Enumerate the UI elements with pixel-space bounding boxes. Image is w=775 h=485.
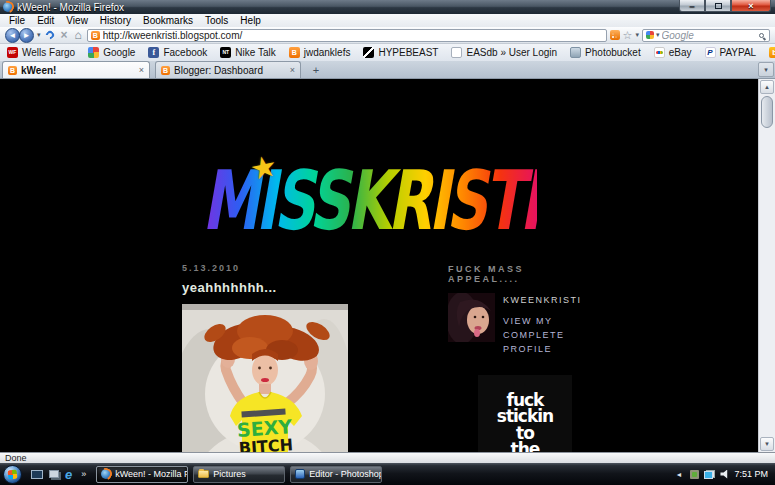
- tab-close-icon[interactable]: ×: [290, 65, 295, 75]
- taskbar-button-label: kWeen! - Mozilla Fir...: [115, 469, 188, 479]
- taskbar-button-firefox[interactable]: kWeen! - Mozilla Fir...: [96, 466, 188, 483]
- menu-file[interactable]: File: [3, 14, 31, 27]
- show-desktop-icon[interactable]: [31, 470, 43, 479]
- bookmark-label: jwdanklefs: [304, 47, 351, 58]
- bookmark-label: EASdb » User Login: [466, 47, 557, 58]
- firefox-icon: [101, 469, 111, 479]
- blogger-favicon: B: [8, 66, 17, 75]
- minimize-button[interactable]: –: [679, 0, 705, 12]
- menu-bookmarks[interactable]: Bookmarks: [137, 14, 199, 27]
- bookmark-paypal[interactable]: PPAYPAL: [705, 47, 757, 58]
- view-profile-link[interactable]: VIEW MY COMPLETE PROFILE: [503, 314, 582, 356]
- status-bar: Done: [0, 452, 775, 463]
- close-button[interactable]: ×: [731, 0, 771, 12]
- taskbar: e » kWeen! - Mozilla Fir... Pictures Edi…: [0, 463, 775, 485]
- profile-name: KWEENKRISTI: [503, 295, 582, 305]
- windows-flag-icon: [8, 469, 18, 479]
- bookmark-facebook[interactable]: fFacebook: [148, 47, 207, 58]
- profile-meta: KWEENKRISTI VIEW MY COMPLETE PROFILE: [503, 293, 582, 356]
- tab-kween[interactable]: B kWeen! ×: [2, 61, 150, 78]
- internet-explorer-icon[interactable]: e: [65, 468, 72, 481]
- menu-history[interactable]: History: [94, 14, 137, 27]
- safely-remove-hardware-icon[interactable]: [690, 470, 699, 479]
- bookmark-hypebeast[interactable]: HYPEBEAST: [363, 47, 438, 58]
- menu-help[interactable]: Help: [234, 14, 267, 27]
- bookmark-label: Photobucket: [585, 47, 641, 58]
- tab-close-icon[interactable]: ×: [139, 65, 144, 75]
- post-date: 5.13.2010: [182, 263, 348, 273]
- switch-windows-icon[interactable]: [49, 470, 59, 478]
- list-all-tabs-button[interactable]: ▾: [758, 62, 774, 77]
- taskbar-button-photoshop[interactable]: Editor - Photoshop ...: [290, 466, 382, 483]
- taskbar-button-label: Editor - Photoshop ...: [309, 469, 382, 479]
- history-dropdown-icon[interactable]: ▾: [37, 31, 41, 39]
- back-button[interactable]: ◄: [5, 28, 20, 43]
- hypebeast-icon: [363, 47, 374, 58]
- scroll-down-icon[interactable]: ▼: [760, 437, 774, 451]
- page-viewport: ★ MISSKRISTI 5.13.2010 yeahhhhhhh...: [0, 79, 775, 452]
- start-button[interactable]: [3, 465, 22, 484]
- bookmark-dropdown-icon[interactable]: ▾: [635, 31, 639, 39]
- menu-edit[interactable]: Edit: [31, 14, 60, 27]
- bookmark-photobucket[interactable]: Photobucket: [570, 47, 641, 58]
- bookmark-easdb[interactable]: EASdb » User Login: [451, 47, 557, 58]
- volume-icon[interactable]: [720, 470, 729, 479]
- engine-dropdown-icon[interactable]: ▾: [656, 31, 660, 39]
- bookmark-label: Facebook: [163, 47, 207, 58]
- tab-blogger-dashboard[interactable]: B Blogger: Dashboard ×: [155, 61, 301, 78]
- rss-feed-icon[interactable]: [610, 30, 620, 40]
- scroll-up-icon[interactable]: ▲: [760, 80, 774, 94]
- bookmark-bing[interactable]: bBing: [769, 47, 775, 58]
- maximize-icon: [715, 3, 722, 9]
- nike-talk-icon: NT: [220, 47, 231, 58]
- search-icon[interactable]: [759, 33, 764, 38]
- google-engine-icon: [646, 31, 654, 39]
- bookmark-nike-talk[interactable]: NTNike Talk: [220, 47, 275, 58]
- system-tray: ◄ 7:51 PM: [676, 469, 775, 479]
- bing-icon: b: [769, 47, 775, 58]
- tray-chevron-icon[interactable]: ◄: [676, 471, 683, 478]
- url-input[interactable]: [103, 30, 603, 41]
- bookmark-label: HYPEBEAST: [378, 47, 438, 58]
- folder-icon: [198, 470, 209, 478]
- photobucket-icon: [570, 47, 581, 58]
- home-icon[interactable]: ⌂: [75, 29, 82, 41]
- bookmark-star-icon[interactable]: ☆: [623, 30, 633, 41]
- clock[interactable]: 7:51 PM: [734, 469, 768, 479]
- title-bar: kWeen! - Mozilla Firefox – ×: [0, 0, 775, 14]
- bookmark-google[interactable]: Google: [88, 47, 135, 58]
- bookmarks-toolbar: WFWells Fargo Google fFacebook NTNike Ta…: [0, 44, 775, 61]
- google-icon: [88, 47, 99, 58]
- address-bar[interactable]: B: [87, 29, 607, 42]
- search-box[interactable]: ▾: [642, 29, 770, 42]
- new-tab-button[interactable]: +: [307, 62, 325, 77]
- quick-launch: e »: [31, 468, 86, 481]
- post-title[interactable]: yeahhhhhhh...: [182, 280, 348, 295]
- quick-launch-overflow-icon[interactable]: »: [81, 469, 86, 479]
- bookmark-jwdanklefs[interactable]: Bjwdanklefs: [289, 47, 351, 58]
- paypal-icon: P: [705, 47, 716, 58]
- firefox-icon: [3, 2, 13, 12]
- wells-fargo-icon: WF: [7, 47, 18, 58]
- search-input[interactable]: [662, 30, 757, 41]
- tab-label: kWeen!: [21, 65, 56, 76]
- stop-icon[interactable]: ×: [61, 29, 68, 41]
- blog-logo: ★ MISSKRISTI: [202, 161, 681, 241]
- window-title: kWeen! - Mozilla Firefox: [17, 2, 124, 13]
- bookmark-wells-fargo[interactable]: WFWells Fargo: [7, 47, 75, 58]
- page-icon: [451, 47, 462, 58]
- maximize-button[interactable]: [705, 0, 731, 12]
- window-controls: – ×: [679, 0, 771, 12]
- forward-button[interactable]: ►: [19, 28, 34, 43]
- menu-tools[interactable]: Tools: [199, 14, 234, 27]
- taskbar-button-pictures[interactable]: Pictures: [193, 466, 285, 483]
- bookmark-ebay[interactable]: eBay: [654, 47, 692, 58]
- vertical-scrollbar[interactable]: ▲ ▼: [758, 79, 775, 452]
- network-icon[interactable]: [704, 470, 715, 479]
- reload-icon[interactable]: [44, 29, 55, 40]
- profile-widget: KWEENKRISTI VIEW MY COMPLETE PROFILE: [448, 293, 575, 356]
- bookmark-label: eBay: [669, 47, 692, 58]
- profile-photo[interactable]: [448, 293, 495, 342]
- menu-view[interactable]: View: [60, 14, 94, 27]
- scrollbar-thumb[interactable]: [761, 96, 773, 128]
